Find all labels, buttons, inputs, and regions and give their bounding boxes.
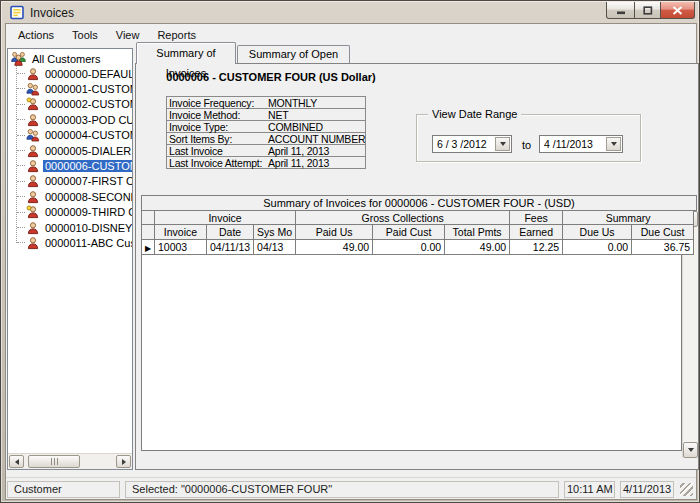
client-area: Actions Tools View Reports All Customers… — [5, 23, 697, 500]
tab-summary-of-invoices[interactable]: Summary of Invoices — [136, 42, 236, 64]
tree-item-customer-0000002[interactable]: 0000002-CUSTOM — [8, 97, 132, 112]
customer-flag-icon — [26, 97, 40, 111]
tree-item-label: 0000007-FIRST CL — [43, 175, 132, 187]
col-sys-mo: Sys Mo — [254, 225, 296, 240]
invoice-app-icon — [10, 5, 25, 20]
customer-icon — [26, 190, 40, 204]
menu-bar: Actions Tools View Reports — [6, 24, 696, 45]
cell-paid-cust: 0.00 — [373, 240, 445, 255]
col-total-pmts: Total Pmts — [445, 225, 510, 240]
tree-item-customer-0000011[interactable]: 0000011-ABC Custo — [8, 235, 132, 250]
view-date-range-label: View Date Range — [428, 108, 521, 120]
group-gross-collections: Gross Collections — [296, 211, 510, 225]
info-label: Invoice Type: — [169, 121, 268, 133]
date-to-dropdown[interactable]: 4 /11/2013 — [539, 135, 623, 153]
titlebar[interactable]: Invoices — [1, 1, 699, 23]
info-value: April 11, 2013 — [268, 145, 329, 157]
tree-item-customer-0000003[interactable]: 0000003-POD CUS — [8, 112, 132, 127]
customers-group-icon — [11, 51, 26, 66]
tree-item-customer-0000000[interactable]: 0000000-DEFAULT — [8, 66, 132, 81]
customer-pair-icon — [26, 128, 40, 142]
scroll-left-button[interactable] — [9, 455, 24, 468]
date-from-value: 6 / 3 /2012 — [437, 138, 487, 150]
customer-flag-icon — [26, 205, 40, 219]
status-date: 4/11/2013 — [620, 481, 674, 498]
customer-icon — [26, 174, 40, 188]
tree-root-label: All Customers — [30, 53, 102, 65]
date-to-dropdown-button[interactable] — [606, 137, 621, 151]
info-value: MONTHLY — [268, 97, 317, 109]
customer-icon — [26, 67, 40, 81]
tree-item-label: 0000004-CUSTOM — [43, 129, 132, 141]
info-row-last-invoice-attempt: Last Invoice Attempt: April 11, 2013 — [166, 156, 366, 169]
minimize-icon — [616, 6, 626, 15]
tree-item-label: 0000011-ABC Custo — [43, 237, 132, 249]
info-value: COMBINED — [268, 121, 323, 133]
row-selector-header — [142, 211, 155, 225]
col-paid-us: Paid Us — [296, 225, 373, 240]
tree-item-customer-0000001[interactable]: 0000001-CUSTOM — [8, 81, 132, 96]
tree-item-customer-0000009[interactable]: 0000009-THIRD CU — [8, 205, 132, 220]
status-bar: Customer Selected: "0000006-CUSTOMER FOU… — [6, 477, 696, 499]
info-label: Invoice Frequency: — [169, 97, 268, 109]
table-row[interactable]: ▶ 10003 04/11/13 04/13 49.00 0.00 49.00 … — [142, 240, 694, 255]
tree-item-customer-0000006-selected[interactable]: 0000006-CUSTOM — [8, 158, 132, 173]
customer-info-table: Invoice Frequency: MONTHLY Invoice Metho… — [166, 96, 366, 169]
resize-grip[interactable] — [680, 483, 693, 496]
tree-item-label: 0000002-CUSTOM — [43, 98, 132, 110]
grid-caption: Summary of Invoices for 0000006 - CUSTOM… — [141, 195, 697, 211]
date-from-dropdown-button[interactable] — [495, 137, 510, 151]
customer-tree: All Customers 0000000-DEFAULT 0000001-CU… — [8, 49, 132, 453]
customer-icon — [26, 144, 40, 158]
cell-invoice: 10003 — [155, 240, 207, 255]
invoice-grid: Invoice Gross Collections Fees Summary I… — [141, 210, 694, 255]
date-to-value: 4 /11/2013 — [544, 138, 593, 150]
minimize-button[interactable] — [606, 2, 635, 19]
restore-button[interactable] — [634, 2, 661, 19]
info-label: Last Invoice Attempt: — [169, 157, 268, 169]
col-earned: Earned — [510, 225, 563, 240]
col-due-cust: Due Cust — [632, 225, 694, 240]
customer-tree-panel: All Customers 0000000-DEFAULT 0000001-CU… — [7, 48, 133, 470]
scroll-down-button[interactable] — [683, 442, 698, 458]
scroll-right-button[interactable] — [116, 455, 131, 468]
info-value: ACCOUNT NUMBER — [268, 133, 365, 145]
group-invoice: Invoice — [155, 211, 296, 225]
info-label: Last Invoice — [169, 145, 268, 157]
scroll-right-icon — [122, 459, 126, 465]
menu-view[interactable]: View — [107, 26, 149, 44]
tree-item-label: 0000010-DISNEY C — [43, 222, 132, 234]
summary-panel: 0000006 - CUSTOMER FOUR (US Dollar) Invo… — [135, 63, 699, 470]
date-from-dropdown[interactable]: 6 / 3 /2012 — [432, 135, 512, 153]
tree-item-customer-0000004[interactable]: 0000004-CUSTOM — [8, 128, 132, 143]
tree-horizontal-scrollbar[interactable] — [8, 453, 132, 469]
menu-reports[interactable]: Reports — [148, 26, 205, 44]
date-range-to-label: to — [522, 139, 531, 151]
cell-paid-us: 49.00 — [296, 240, 373, 255]
customer-pair-icon — [26, 82, 40, 96]
chevron-down-icon — [500, 142, 506, 146]
cell-earned: 12.25 — [510, 240, 563, 255]
scrollbar-thumb[interactable] — [28, 455, 80, 468]
window-title: Invoices — [30, 6, 74, 20]
cell-total-pmts: 49.00 — [445, 240, 510, 255]
tree-root-all-customers[interactable]: All Customers — [8, 51, 132, 66]
customer-icon — [26, 159, 40, 173]
status-selected-panel: Selected: "0000006-CUSTOMER FOUR" — [125, 481, 559, 498]
current-row-marker: ▶ — [142, 240, 155, 255]
close-button[interactable] — [660, 2, 695, 19]
tree-item-customer-0000007[interactable]: 0000007-FIRST CL — [8, 174, 132, 189]
group-fees: Fees — [510, 211, 563, 225]
cell-date: 04/11/13 — [207, 240, 254, 255]
customer-icon — [26, 236, 40, 250]
invoices-window: Invoices Actions Tools View Reports — [0, 0, 700, 503]
scroll-left-icon — [15, 459, 19, 465]
tab-summary-of-open-items[interactable]: Summary of Open Items — [237, 45, 350, 64]
menu-actions[interactable]: Actions — [9, 26, 63, 44]
tree-item-customer-0000008[interactable]: 0000008-SECOND — [8, 189, 132, 204]
menu-tools[interactable]: Tools — [63, 26, 107, 44]
tree-item-customer-0000005[interactable]: 0000005-DIALER T — [8, 143, 132, 158]
tree-item-customer-0000010[interactable]: 0000010-DISNEY C — [8, 220, 132, 235]
cell-sys-mo: 04/13 — [254, 240, 296, 255]
tree-item-label: 0000006-CUSTOM — [43, 160, 132, 172]
